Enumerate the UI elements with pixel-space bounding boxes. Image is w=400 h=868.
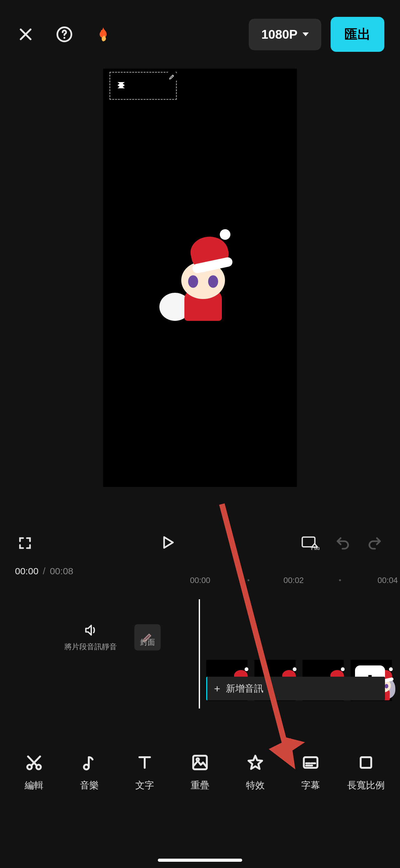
bottom-toolbar: 編輯 音樂 文字 重疊 特效 bbox=[0, 737, 400, 808]
mute-toggle[interactable]: 將片段音訊靜音 bbox=[59, 623, 122, 652]
keyframe-on-icon[interactable]: ON bbox=[300, 533, 320, 553]
text-icon bbox=[136, 753, 154, 773]
tool-label: 長寬比例 bbox=[347, 779, 385, 792]
preview-area bbox=[0, 69, 400, 524]
add-audio-button[interactable]: + 新增音訊 bbox=[206, 677, 385, 701]
chevron-down-icon bbox=[303, 32, 309, 36]
close-icon[interactable] bbox=[16, 24, 36, 44]
track-row: 將片段音訊靜音 封面 bbox=[0, 615, 400, 660]
current-time: 00:00 bbox=[15, 566, 38, 577]
header: 1080P 匯出 bbox=[0, 0, 400, 69]
music-note-icon bbox=[80, 753, 98, 773]
add-audio-label: 新增音訊 bbox=[226, 682, 263, 695]
export-label: 匯出 bbox=[344, 27, 371, 41]
export-button[interactable]: 匯出 bbox=[331, 17, 384, 52]
watermark-overlay[interactable] bbox=[109, 72, 177, 100]
app-root: 1080P 匯出 bbox=[0, 0, 400, 868]
tool-aspect[interactable]: 長寬比例 bbox=[339, 753, 393, 792]
overlay-icon bbox=[191, 753, 209, 773]
plus-icon: + bbox=[214, 683, 220, 695]
aspect-ratio-icon bbox=[357, 753, 375, 773]
svg-rect-10 bbox=[361, 757, 371, 768]
home-indicator bbox=[158, 859, 242, 862]
play-button[interactable] bbox=[160, 534, 176, 552]
tool-text[interactable]: 文字 bbox=[118, 753, 171, 792]
tool-edit[interactable]: 編輯 bbox=[7, 753, 61, 792]
svg-point-1 bbox=[63, 37, 65, 39]
transport-bar: ON bbox=[0, 524, 400, 562]
flame-icon[interactable] bbox=[93, 24, 113, 44]
help-icon[interactable] bbox=[54, 24, 75, 44]
cover-label: 封面 bbox=[140, 637, 155, 647]
tool-overlay[interactable]: 重疊 bbox=[173, 753, 227, 792]
tool-subtitles[interactable]: 字幕 bbox=[284, 753, 337, 792]
tool-label: 編輯 bbox=[25, 779, 44, 792]
capcut-logo-icon bbox=[116, 79, 128, 93]
tool-label: 特效 bbox=[246, 779, 265, 792]
svg-point-8 bbox=[197, 758, 199, 761]
speaker-icon bbox=[83, 623, 98, 637]
mute-label: 將片段音訊靜音 bbox=[64, 642, 117, 652]
cover-button[interactable]: 封面 bbox=[134, 624, 161, 650]
redo-icon[interactable] bbox=[365, 533, 385, 553]
star-icon bbox=[246, 753, 264, 773]
header-right: 1080P 匯出 bbox=[249, 17, 384, 52]
time-counter: 00:00 / 00:08 bbox=[15, 566, 74, 577]
resolution-button[interactable]: 1080P bbox=[249, 19, 321, 50]
timeline[interactable]: 將片段音訊靜音 封面 + bbox=[0, 581, 400, 737]
header-left bbox=[16, 24, 230, 44]
tool-label: 字幕 bbox=[301, 779, 320, 792]
fullscreen-icon[interactable] bbox=[15, 533, 35, 553]
chibi-illustration bbox=[150, 234, 250, 323]
scissors-icon bbox=[25, 753, 43, 773]
tool-label: 文字 bbox=[135, 779, 154, 792]
svg-text:ON: ON bbox=[311, 546, 319, 550]
tool-music[interactable]: 音樂 bbox=[63, 753, 116, 792]
tool-label: 音樂 bbox=[80, 779, 99, 792]
preview-image bbox=[150, 234, 250, 323]
tool-effects[interactable]: 特效 bbox=[229, 753, 282, 792]
tool-label: 重疊 bbox=[191, 779, 209, 792]
video-canvas[interactable] bbox=[103, 69, 297, 487]
time-separator: / bbox=[43, 566, 45, 577]
time-ruler: 00:00 / 00:08 00:0000:0200:04 bbox=[0, 562, 400, 581]
edit-watermark-icon[interactable] bbox=[166, 71, 178, 83]
total-time: 00:08 bbox=[50, 566, 73, 577]
playhead[interactable] bbox=[199, 599, 200, 709]
resolution-label: 1080P bbox=[261, 28, 297, 41]
undo-icon[interactable] bbox=[333, 533, 352, 553]
subtitles-icon bbox=[302, 753, 320, 773]
